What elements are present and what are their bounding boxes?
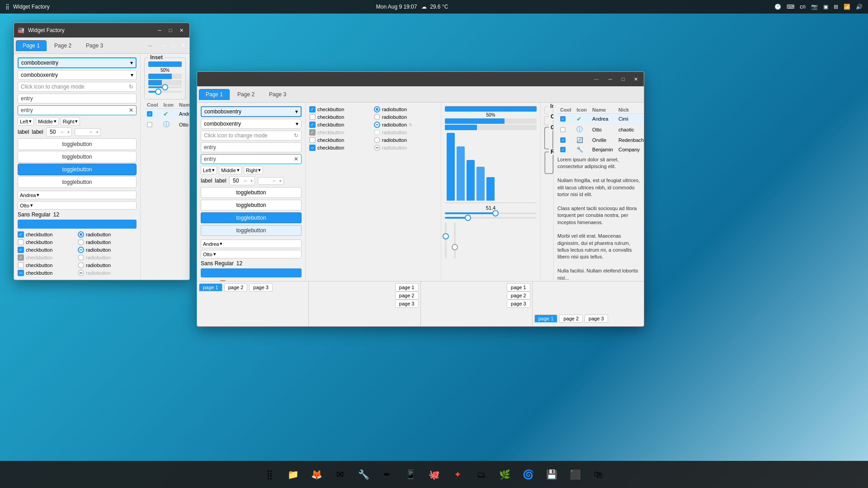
dropdown-andrea[interactable]: Andrea ▾: [18, 191, 137, 199]
btab-3-3[interactable]: page 3: [507, 300, 530, 308]
sec-checkbox-5[interactable]: [309, 137, 316, 143]
clock-icon[interactable]: 🕐: [774, 4, 781, 10]
sec-combobox-sel[interactable]: comboboxentry ▾: [201, 106, 302, 117]
radiobutton-3[interactable]: [78, 247, 84, 253]
refresh-icon[interactable]: ↻: [129, 84, 133, 90]
btab-1-1[interactable]: page 1: [199, 283, 222, 291]
sec-dir-left[interactable]: Left ▾: [201, 166, 217, 174]
sec-refresh-icon[interactable]: ↻: [294, 132, 298, 139]
sec-slider-thumb2[interactable]: [465, 215, 471, 221]
sec-entry-1[interactable]: entry: [201, 142, 302, 152]
sec-icon-entry[interactable]: Click icon to change mode ↻: [201, 131, 302, 141]
slider-thumb2[interactable]: [155, 89, 161, 95]
v-thumb-1[interactable]: [443, 233, 449, 239]
togglebutton-4[interactable]: togglebutton: [18, 176, 137, 188]
tab-page2[interactable]: Page 2: [47, 40, 78, 51]
clear-icon[interactable]: ✕: [129, 107, 133, 113]
taskbar-phone-icon[interactable]: 📱: [401, 465, 420, 484]
taskbar-terminal-icon[interactable]: ⬛: [565, 465, 585, 484]
sec-checkbox-6[interactable]: −: [309, 145, 316, 151]
taskbar-tools-icon[interactable]: 🔧: [354, 465, 373, 484]
sec-spin-plus[interactable]: +: [249, 178, 255, 184]
sec-radio-3[interactable]: [374, 122, 380, 128]
sec-checkbox-1[interactable]: ✓: [309, 106, 316, 113]
spinner[interactable]: 50 − +: [46, 127, 72, 136]
btab-2-3[interactable]: page 3: [395, 300, 419, 308]
second-close[interactable]: ✕: [631, 75, 640, 84]
second-more[interactable]: ···: [590, 74, 602, 84]
second-tab-3[interactable]: Page 3: [262, 89, 293, 100]
main-slider2[interactable]: [148, 91, 182, 93]
sec-clear-icon[interactable]: ✕: [294, 156, 298, 162]
sec-spinner2[interactable]: − +: [258, 177, 284, 185]
sec-h-slider[interactable]: [445, 212, 537, 214]
taskbar-shop-icon[interactable]: 🛍: [589, 465, 609, 484]
minimize-button[interactable]: ─: [155, 26, 164, 35]
sec-togglebtn-4[interactable]: togglebutton: [201, 225, 302, 236]
tabs-more-button[interactable]: ···: [144, 41, 156, 51]
radiobutton-2[interactable]: [78, 239, 84, 245]
table-row[interactable]: ⓘ Otto chaotic: [557, 124, 644, 136]
tab-page1[interactable]: Page 1: [16, 40, 47, 51]
btab-3-1[interactable]: page 1: [507, 283, 530, 291]
btab-4-2[interactable]: page 2: [559, 314, 583, 323]
slider-thumb[interactable]: [162, 84, 168, 90]
checkbox-5[interactable]: [18, 262, 24, 268]
sec-spin2-minus[interactable]: −: [271, 178, 277, 184]
btab-2-2[interactable]: page 2: [395, 291, 419, 300]
maximize-button[interactable]: □: [166, 26, 175, 35]
taskbar-figma-icon[interactable]: ✦: [448, 465, 467, 484]
taskbar-ink-icon[interactable]: ✒: [377, 465, 397, 484]
sec-entry-2[interactable]: entry ✕: [201, 154, 302, 164]
table-row[interactable]: ⓘ Otto chaotic: [144, 119, 189, 131]
sec-h-slider2[interactable]: [445, 217, 537, 219]
sec-togglebtn-3[interactable]: togglebutton: [201, 212, 302, 223]
taskbar-grid-icon[interactable]: ⣿: [259, 465, 279, 484]
taskbar-drive-icon[interactable]: 💾: [542, 465, 561, 484]
checkbox-2[interactable]: [18, 239, 24, 245]
close-button[interactable]: ✕: [177, 26, 186, 35]
window-max2[interactable]: □: [169, 41, 178, 50]
taskbar-firefox-icon[interactable]: 🦊: [307, 465, 326, 484]
taskbar-folder-icon[interactable]: 🗂: [471, 465, 491, 484]
window-min2[interactable]: ─: [159, 41, 168, 50]
sec-dropdown-andrea[interactable]: Andrea ▾: [201, 239, 302, 248]
tab-page3[interactable]: Page 3: [79, 40, 110, 51]
sec-dropdown-otto[interactable]: Otto ▾: [201, 250, 302, 258]
table-row[interactable]: ✓ ✔ Andrea Cimi: [144, 109, 189, 119]
sec-spin2-plus[interactable]: +: [277, 178, 283, 184]
spin-minus[interactable]: −: [59, 129, 66, 136]
sec-slider-thumb[interactable]: [492, 210, 499, 216]
keyboard-icon[interactable]: ⌨: [787, 4, 794, 10]
spinner2[interactable]: − +: [75, 128, 101, 136]
togglebutton-3[interactable]: togglebutton: [18, 164, 137, 175]
sec-radio-5[interactable]: [374, 137, 380, 143]
togglebutton-1[interactable]: togglebutton: [18, 138, 137, 150]
checkbox-1[interactable]: ✓: [18, 231, 24, 238]
window-close2[interactable]: ✕: [179, 41, 188, 50]
togglebutton-2[interactable]: togglebutton: [18, 151, 137, 163]
combobox-selected[interactable]: comboboxentry ▾: [18, 57, 137, 68]
spin2-plus[interactable]: +: [94, 129, 100, 136]
btab-3-2[interactable]: page 2: [507, 291, 530, 300]
dir-left[interactable]: Left ▾: [18, 117, 34, 126]
second-max[interactable]: □: [618, 75, 627, 84]
entry-field-1[interactable]: entry: [18, 94, 137, 103]
table-row[interactable]: ✓ 🔧 Benjamin Company: [557, 145, 644, 155]
window-icon[interactable]: ▣: [823, 4, 828, 10]
checkbox-3[interactable]: ✓: [18, 247, 24, 253]
second-tab-1[interactable]: Page 1: [199, 89, 230, 100]
taskbar-browser-icon[interactable]: 🌿: [495, 465, 514, 484]
second-min[interactable]: ─: [606, 75, 615, 84]
taskbar-files-icon[interactable]: 📁: [283, 465, 303, 484]
volume-icon[interactable]: 🔊: [856, 4, 863, 10]
icon-entry[interactable]: Click icon to change mode ↻: [18, 82, 137, 92]
sec-spinner[interactable]: 50 − +: [229, 176, 255, 185]
calendar-icon[interactable]: 📅: [219, 280, 226, 281]
checkbox-6[interactable]: −: [18, 270, 24, 276]
sec-togglebtn-2[interactable]: togglebutton: [201, 200, 302, 211]
btab-4-3[interactable]: page 3: [585, 314, 608, 323]
dir-middle[interactable]: Middle ▾: [36, 117, 58, 126]
table-row[interactable]: ✓ 🔄 Orville Redenbacher: [557, 136, 644, 145]
camera-icon[interactable]: 📷: [811, 4, 818, 10]
